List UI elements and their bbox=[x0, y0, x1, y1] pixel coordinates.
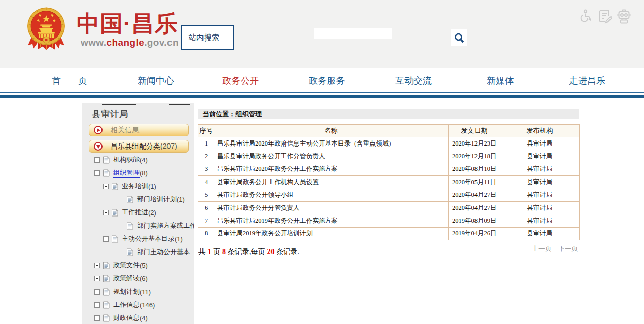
doc-title-cell: 昌乐县审计局政务公开工作分管负责人 bbox=[214, 150, 449, 163]
doc-title-link[interactable]: 昌乐县审计局政务公开工作分管负责人 bbox=[217, 153, 325, 160]
collapse-icon[interactable] bbox=[103, 184, 109, 189]
related-info-label: 相关信息 bbox=[111, 126, 139, 135]
search-button[interactable] bbox=[451, 29, 467, 46]
publisher-cell: 县审计局 bbox=[500, 176, 580, 189]
publish-date-cell: 2019年04月26日 bbox=[449, 227, 500, 240]
prev-page-link[interactable]: 上一页 bbox=[532, 244, 552, 254]
doc-title-link[interactable]: 县审计局政务公开领导小组 bbox=[217, 191, 293, 198]
expand-icon[interactable] bbox=[94, 276, 100, 281]
form-edit-icon[interactable] bbox=[598, 9, 612, 24]
column-header: 发文日期 bbox=[449, 125, 500, 137]
doc-title-link[interactable]: 县审计局政务公开分管负责人 bbox=[217, 204, 300, 211]
document-icon bbox=[111, 183, 118, 190]
table-row-1: 1昌乐县审计局2020年政府信息主动公开基本目录（含重点领域）2020年12月2… bbox=[198, 137, 580, 150]
nav-item-5[interactable]: 互动交流 bbox=[395, 68, 432, 92]
publish-date-cell: 2020年12月23日 bbox=[449, 137, 500, 150]
document-icon bbox=[103, 301, 110, 309]
tree-item-3[interactable]: 业务培训(1) bbox=[82, 179, 194, 193]
tree-item-label[interactable]: 财政信息 bbox=[113, 313, 140, 322]
column-header: 发布机构 bbox=[500, 125, 580, 137]
down-circle-icon bbox=[94, 142, 103, 151]
breadcrumb: 当前位置：组织管理 bbox=[198, 109, 579, 119]
tree-item-count: (1) bbox=[175, 235, 183, 243]
tree-item-label[interactable]: 机构职能 bbox=[113, 155, 140, 164]
expand-icon[interactable] bbox=[94, 302, 100, 308]
publish-date-cell: 2020年12月18日 bbox=[449, 150, 500, 163]
tree-item-1[interactable]: 机构职能(4) bbox=[82, 153, 194, 166]
tree-item-7[interactable]: 主动公开基本目录(1) bbox=[82, 232, 194, 245]
wheelchair-accessibility-icon[interactable] bbox=[580, 9, 593, 24]
search-input[interactable] bbox=[314, 28, 392, 39]
collapse-icon[interactable] bbox=[103, 236, 109, 242]
category-group-count: (207) bbox=[160, 142, 177, 150]
document-icon bbox=[103, 169, 110, 177]
tree-item-11[interactable]: 规划计划(11) bbox=[82, 285, 194, 298]
nav-item-2[interactable]: 新闻中心 bbox=[138, 68, 174, 92]
collapse-icon[interactable] bbox=[94, 170, 100, 176]
doc-title-link[interactable]: 县审计局2019年政务公开培训计划 bbox=[217, 230, 313, 237]
tree-item-10[interactable]: 政策解读(6) bbox=[82, 272, 194, 285]
tree-item-5[interactable]: 工作推进(2) bbox=[82, 206, 194, 219]
row-index-cell: 6 bbox=[198, 201, 214, 214]
document-icon bbox=[103, 314, 110, 322]
tree-item-13[interactable]: 财政信息(4) bbox=[82, 311, 194, 324]
nav-item-7[interactable]: 走进昌乐 bbox=[569, 68, 605, 92]
site-title: 中国·昌乐 bbox=[77, 9, 178, 39]
magnifier-icon bbox=[453, 32, 465, 44]
play-circle-icon bbox=[94, 126, 103, 134]
nav-item-4[interactable]: 政务服务 bbox=[309, 68, 345, 92]
tree-item-label[interactable]: 主动公开基本目录 bbox=[122, 234, 175, 243]
table-row-5: 5县审计局政务公开领导小组2020年04月27日县审计局 bbox=[198, 189, 580, 201]
doc-title-link[interactable]: 县审计局政务公开工作机构人员设置 bbox=[217, 178, 319, 186]
table-row-8: 8县审计局2019年政务公开培训计划2019年04月26日县审计局 bbox=[198, 227, 580, 240]
doc-title-link[interactable]: 昌乐县审计局2019年政务公开工作实施方案 bbox=[217, 217, 338, 224]
publisher-cell: 县审计局 bbox=[500, 137, 580, 150]
tree-item-2[interactable]: 组织管理(8) bbox=[82, 166, 194, 179]
site-url-domain: changle bbox=[107, 37, 145, 48]
row-index-cell: 5 bbox=[198, 189, 214, 201]
category-tree: 机构职能(4)组织管理(8)业务培训(1)部门培训计划(1)工作推进(2)部门实… bbox=[82, 153, 194, 324]
tree-item-label[interactable]: 部门实施方案或工作 bbox=[137, 221, 194, 230]
tree-item-label[interactable]: 部门培训计划 bbox=[137, 195, 177, 204]
expand-icon[interactable] bbox=[94, 263, 100, 268]
tree-item-label[interactable]: 业务培训 bbox=[122, 182, 148, 191]
tree-item-9[interactable]: 政策文件(5) bbox=[82, 259, 194, 272]
expand-icon[interactable] bbox=[94, 315, 100, 321]
tree-item-6[interactable]: 部门实施方案或工作 bbox=[82, 219, 194, 232]
robot-assistant-icon[interactable] bbox=[617, 9, 631, 24]
document-icon bbox=[103, 156, 110, 164]
next-page-link[interactable]: 下一页 bbox=[558, 244, 578, 254]
site-search-tab[interactable]: 站内搜索 bbox=[181, 25, 234, 50]
nav-item-6[interactable]: 新媒体 bbox=[487, 68, 514, 92]
table-row-6: 6县审计局政务公开分管负责人2020年04月27日县审计局 bbox=[198, 201, 580, 214]
tree-item-label[interactable]: 工作信息 bbox=[113, 300, 140, 309]
nav-item-3[interactable]: 政务公开 bbox=[222, 68, 259, 92]
sidebar: 县审计局 相关信息 昌乐县组配分类(207) 机构职能(4)组织管理(8)业务培… bbox=[82, 103, 194, 324]
tree-item-label[interactable]: 组织管理 bbox=[113, 168, 140, 178]
tree-item-label[interactable]: 政策文件 bbox=[113, 261, 140, 270]
document-icon bbox=[103, 275, 110, 282]
page-size: 20 bbox=[265, 248, 277, 256]
tree-item-count: (146) bbox=[140, 301, 155, 309]
row-index-cell: 3 bbox=[198, 163, 214, 175]
category-group-button[interactable]: 昌乐县组配分类(207) bbox=[89, 140, 189, 153]
doc-title-cell: 昌乐县审计局2020年政府信息主动公开基本目录（含重点领域） bbox=[214, 137, 449, 150]
tree-item-12[interactable]: 工作信息(146) bbox=[82, 298, 194, 311]
nav-item-1[interactable]: 首 页 bbox=[52, 68, 91, 92]
doc-title-link[interactable]: 昌乐县审计局2020年政府信息主动公开基本目录（含重点领域） bbox=[217, 140, 395, 147]
collapse-icon[interactable] bbox=[103, 210, 109, 215]
expand-icon[interactable] bbox=[94, 157, 100, 163]
tree-item-8[interactable]: 部门主动公开基本 bbox=[82, 245, 194, 259]
tree-item-label[interactable]: 工作推进 bbox=[122, 208, 148, 217]
tree-item-count: (1) bbox=[177, 196, 185, 203]
publisher-cell: 县审计局 bbox=[500, 189, 580, 201]
tree-item-4[interactable]: 部门培训计划(1) bbox=[82, 193, 194, 206]
table-header-row: 序号名称发文日期发布机构 bbox=[198, 125, 580, 137]
tree-item-label[interactable]: 政策解读 bbox=[113, 274, 140, 283]
record-count: 8 bbox=[220, 248, 228, 256]
expand-icon[interactable] bbox=[94, 289, 100, 295]
doc-title-link[interactable]: 昌乐县审计局2020年政务公开工作实施方案 bbox=[217, 165, 338, 172]
related-info-button[interactable]: 相关信息 bbox=[89, 124, 189, 136]
tree-item-label[interactable]: 规划计划 bbox=[113, 287, 140, 296]
tree-item-label[interactable]: 部门主动公开基本 bbox=[137, 247, 190, 257]
